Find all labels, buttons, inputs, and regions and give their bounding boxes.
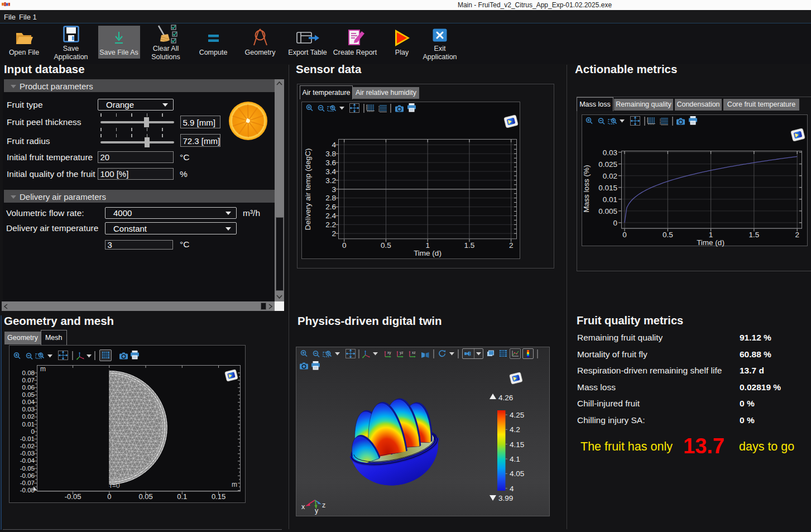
svg-text:yz: yz: [400, 351, 404, 355]
svg-text:xz: xz: [412, 351, 416, 354]
svg-text:z: z: [322, 501, 325, 509]
svg-text:x: x: [301, 503, 305, 511]
svg-text:xy: xy: [387, 351, 391, 355]
svg-text:y: y: [315, 507, 319, 515]
